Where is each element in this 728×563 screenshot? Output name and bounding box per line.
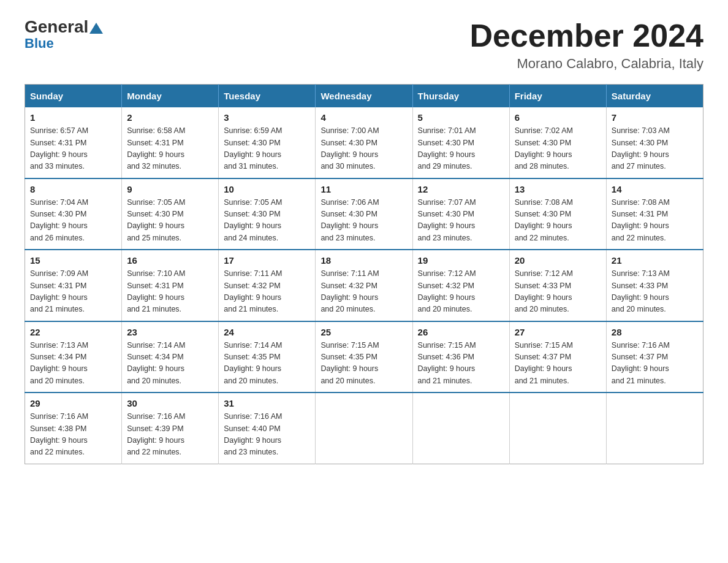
calendar-cell: [606, 393, 703, 464]
day-number: 27: [515, 327, 601, 337]
calendar-week-row: 22Sunrise: 7:13 AM Sunset: 4:34 PM Dayli…: [25, 321, 703, 393]
day-info: Sunrise: 7:16 AM Sunset: 4:39 PM Dayligh…: [127, 411, 213, 459]
day-number: 9: [127, 184, 213, 194]
day-number: 15: [30, 255, 116, 266]
calendar-cell: 22Sunrise: 7:13 AM Sunset: 4:34 PM Dayli…: [25, 321, 122, 393]
day-number: 16: [127, 255, 213, 266]
day-info: Sunrise: 7:08 AM Sunset: 4:31 PM Dayligh…: [612, 197, 698, 245]
day-number: 11: [320, 184, 407, 194]
day-info: Sunrise: 7:07 AM Sunset: 4:30 PM Dayligh…: [418, 197, 504, 245]
day-info: Sunrise: 7:15 AM Sunset: 4:35 PM Dayligh…: [320, 340, 407, 388]
calendar-cell: 15Sunrise: 7:09 AM Sunset: 4:31 PM Dayli…: [25, 250, 122, 321]
day-number: 14: [612, 184, 698, 194]
day-number: 2: [127, 112, 213, 123]
day-info: Sunrise: 7:15 AM Sunset: 4:36 PM Dayligh…: [418, 340, 504, 388]
day-info: Sunrise: 6:58 AM Sunset: 4:31 PM Dayligh…: [127, 125, 213, 173]
calendar-cell: 23Sunrise: 7:14 AM Sunset: 4:34 PM Dayli…: [122, 321, 219, 393]
header-day-friday: Friday: [509, 85, 606, 108]
day-number: 18: [320, 255, 407, 266]
calendar-header-row: SundayMondayTuesdayWednesdayThursdayFrid…: [25, 85, 703, 108]
day-info: Sunrise: 7:15 AM Sunset: 4:37 PM Dayligh…: [515, 340, 601, 388]
calendar-cell: 6Sunrise: 7:02 AM Sunset: 4:30 PM Daylig…: [509, 107, 606, 178]
day-number: 7: [612, 112, 698, 123]
calendar-cell: [509, 393, 606, 464]
day-number: 17: [224, 255, 310, 266]
day-info: Sunrise: 7:12 AM Sunset: 4:32 PM Dayligh…: [418, 268, 504, 316]
logo-blue: Blue: [25, 36, 54, 52]
calendar-cell: 7Sunrise: 7:03 AM Sunset: 4:30 PM Daylig…: [606, 107, 703, 178]
day-number: 22: [30, 327, 116, 337]
calendar-cell: 8Sunrise: 7:04 AM Sunset: 4:30 PM Daylig…: [25, 178, 122, 250]
day-info: Sunrise: 7:05 AM Sunset: 4:30 PM Dayligh…: [127, 197, 213, 245]
day-number: 24: [224, 327, 310, 337]
day-number: 23: [127, 327, 213, 337]
day-number: 20: [515, 255, 601, 266]
calendar-cell: 20Sunrise: 7:12 AM Sunset: 4:33 PM Dayli…: [509, 250, 606, 321]
day-info: Sunrise: 7:14 AM Sunset: 4:34 PM Dayligh…: [127, 340, 213, 388]
logo-general: General: [25, 18, 103, 36]
calendar-cell: 26Sunrise: 7:15 AM Sunset: 4:36 PM Dayli…: [412, 321, 509, 393]
calendar-cell: 4Sunrise: 7:00 AM Sunset: 4:30 PM Daylig…: [316, 107, 412, 178]
day-info: Sunrise: 7:13 AM Sunset: 4:33 PM Dayligh…: [612, 268, 698, 316]
day-number: 25: [320, 327, 407, 337]
calendar-cell: 17Sunrise: 7:11 AM Sunset: 4:32 PM Dayli…: [219, 250, 316, 321]
day-info: Sunrise: 7:11 AM Sunset: 4:32 PM Dayligh…: [320, 268, 407, 316]
day-number: 12: [418, 184, 504, 194]
day-number: 5: [418, 112, 504, 123]
header-day-thursday: Thursday: [412, 85, 509, 108]
day-info: Sunrise: 7:06 AM Sunset: 4:30 PM Dayligh…: [320, 197, 407, 245]
day-number: 10: [224, 184, 310, 194]
day-number: 3: [224, 112, 310, 123]
day-number: 29: [30, 398, 116, 408]
svg-marker-0: [89, 23, 103, 34]
day-info: Sunrise: 7:04 AM Sunset: 4:30 PM Dayligh…: [30, 197, 116, 245]
calendar-cell: 3Sunrise: 6:59 AM Sunset: 4:30 PM Daylig…: [219, 107, 316, 178]
day-number: 4: [320, 112, 407, 123]
calendar-cell: 24Sunrise: 7:14 AM Sunset: 4:35 PM Dayli…: [219, 321, 316, 393]
header-day-monday: Monday: [122, 85, 219, 108]
day-info: Sunrise: 7:08 AM Sunset: 4:30 PM Dayligh…: [515, 197, 601, 245]
calendar-cell: 28Sunrise: 7:16 AM Sunset: 4:37 PM Dayli…: [606, 321, 703, 393]
day-info: Sunrise: 7:11 AM Sunset: 4:32 PM Dayligh…: [224, 268, 310, 316]
day-info: Sunrise: 7:05 AM Sunset: 4:30 PM Dayligh…: [224, 197, 310, 245]
calendar-cell: 25Sunrise: 7:15 AM Sunset: 4:35 PM Dayli…: [316, 321, 412, 393]
day-info: Sunrise: 7:00 AM Sunset: 4:30 PM Dayligh…: [320, 125, 407, 173]
page-title: December 2024: [469, 18, 703, 53]
calendar-cell: 9Sunrise: 7:05 AM Sunset: 4:30 PM Daylig…: [122, 178, 219, 250]
header-day-tuesday: Tuesday: [219, 85, 316, 108]
calendar-cell: 5Sunrise: 7:01 AM Sunset: 4:30 PM Daylig…: [412, 107, 509, 178]
day-number: 31: [224, 398, 310, 408]
calendar-week-row: 8Sunrise: 7:04 AM Sunset: 4:30 PM Daylig…: [25, 178, 703, 250]
calendar-cell: [316, 393, 412, 464]
day-number: 21: [612, 255, 698, 266]
day-info: Sunrise: 7:16 AM Sunset: 4:37 PM Dayligh…: [612, 340, 698, 388]
day-info: Sunrise: 7:01 AM Sunset: 4:30 PM Dayligh…: [418, 125, 504, 173]
header: General Blue December 2024 Morano Calabr…: [25, 18, 703, 72]
calendar-cell: 14Sunrise: 7:08 AM Sunset: 4:31 PM Dayli…: [606, 178, 703, 250]
day-info: Sunrise: 7:14 AM Sunset: 4:35 PM Dayligh…: [224, 340, 310, 388]
day-info: Sunrise: 6:57 AM Sunset: 4:31 PM Dayligh…: [30, 125, 116, 173]
calendar-cell: 2Sunrise: 6:58 AM Sunset: 4:31 PM Daylig…: [122, 107, 219, 178]
calendar-cell: 27Sunrise: 7:15 AM Sunset: 4:37 PM Dayli…: [509, 321, 606, 393]
logo: General Blue: [25, 18, 103, 52]
day-info: Sunrise: 7:13 AM Sunset: 4:34 PM Dayligh…: [30, 340, 116, 388]
day-info: Sunrise: 7:10 AM Sunset: 4:31 PM Dayligh…: [127, 268, 213, 316]
title-area: December 2024 Morano Calabro, Calabria, …: [469, 18, 703, 72]
day-info: Sunrise: 7:02 AM Sunset: 4:30 PM Dayligh…: [515, 125, 601, 173]
calendar-cell: [412, 393, 509, 464]
calendar-week-row: 1Sunrise: 6:57 AM Sunset: 4:31 PM Daylig…: [25, 107, 703, 178]
calendar-cell: 19Sunrise: 7:12 AM Sunset: 4:32 PM Dayli…: [412, 250, 509, 321]
day-number: 13: [515, 184, 601, 194]
day-info: Sunrise: 7:16 AM Sunset: 4:38 PM Dayligh…: [30, 411, 116, 459]
calendar-week-row: 29Sunrise: 7:16 AM Sunset: 4:38 PM Dayli…: [25, 393, 703, 464]
calendar-cell: 21Sunrise: 7:13 AM Sunset: 4:33 PM Dayli…: [606, 250, 703, 321]
day-info: Sunrise: 6:59 AM Sunset: 4:30 PM Dayligh…: [224, 125, 310, 173]
calendar-cell: 10Sunrise: 7:05 AM Sunset: 4:30 PM Dayli…: [219, 178, 316, 250]
calendar-table: SundayMondayTuesdayWednesdayThursdayFrid…: [25, 84, 703, 464]
page-subtitle: Morano Calabro, Calabria, Italy: [469, 56, 703, 72]
day-number: 19: [418, 255, 504, 266]
calendar-cell: 30Sunrise: 7:16 AM Sunset: 4:39 PM Dayli…: [122, 393, 219, 464]
day-number: 6: [515, 112, 601, 123]
calendar-cell: 29Sunrise: 7:16 AM Sunset: 4:38 PM Dayli…: [25, 393, 122, 464]
day-info: Sunrise: 7:12 AM Sunset: 4:33 PM Dayligh…: [515, 268, 601, 316]
